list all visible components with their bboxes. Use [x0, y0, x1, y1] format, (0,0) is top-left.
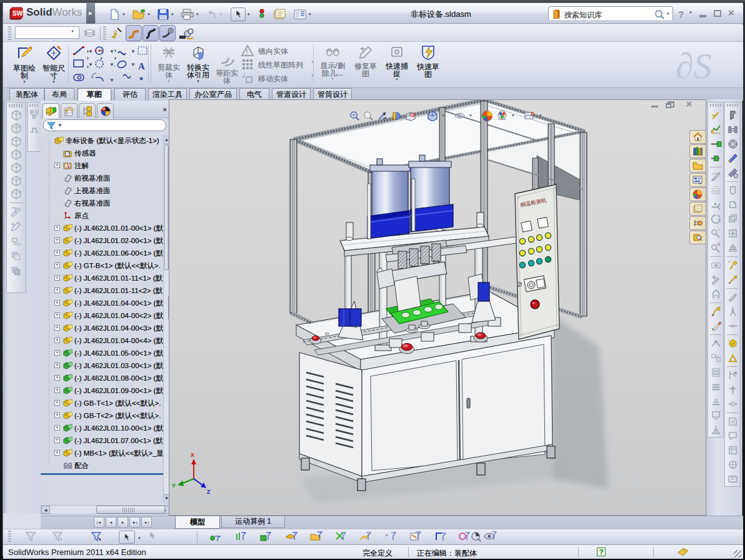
svg-text:▼: ▼ [131, 49, 136, 54]
svg-text:*: * [728, 259, 730, 266]
svg-text:Y: Y [172, 482, 176, 489]
svg-text:▼: ▼ [131, 62, 136, 68]
svg-text:!: ! [246, 48, 248, 56]
svg-text:?: ? [711, 113, 715, 121]
svg-text:▼: ▼ [88, 62, 93, 68]
svg-text:▼: ▼ [109, 62, 114, 68]
svg-text:▼: ▼ [109, 78, 114, 83]
svg-text:*: * [385, 532, 388, 541]
svg-text:Z: Z [207, 489, 211, 495]
svg-text:A: A [138, 61, 145, 71]
svg-text:∂S: ∂S [676, 47, 712, 86]
svg-text:X: X [191, 452, 194, 458]
svg-text:SW: SW [12, 10, 23, 17]
svg-text:▼: ▼ [88, 49, 93, 54]
svg-text:*: * [727, 338, 729, 343]
svg-text:*: * [139, 74, 143, 85]
svg-text:A: A [66, 164, 70, 169]
svg-text:▼: ▼ [109, 49, 114, 54]
